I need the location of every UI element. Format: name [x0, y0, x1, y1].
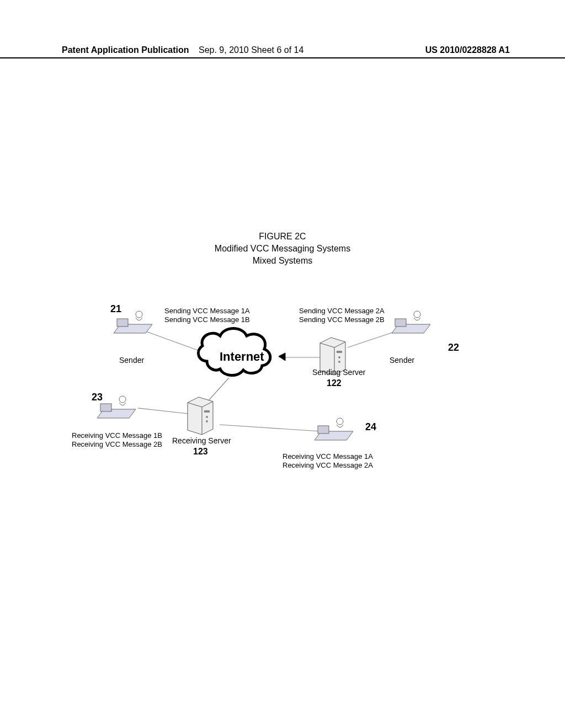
sender22-msg-2a: Sending VCC Message 2A — [299, 307, 385, 315]
svg-point-10 — [338, 361, 340, 363]
sender-22-icon — [392, 311, 430, 333]
sending-server-role: Sending Server — [312, 367, 366, 377]
page-header: Patent Application Publication Sep. 9, 2… — [0, 45, 565, 58]
header-center: Sep. 9, 2010 Sheet 6 of 14 — [199, 45, 303, 55]
receiver23-msg-1b: Receiving VCC Message 1B — [72, 431, 162, 440]
receiver-24-icon — [315, 418, 353, 440]
internet-label: Internet — [220, 350, 264, 364]
svg-point-21 — [337, 418, 343, 425]
sender21-msg-1a: Sending VCC Message 1A — [164, 307, 250, 315]
ref-21: 21 — [110, 303, 121, 315]
ref-22: 22 — [448, 342, 459, 354]
svg-line-2 — [348, 331, 397, 347]
svg-rect-20 — [318, 426, 329, 433]
sender21-role: Sender — [119, 355, 144, 365]
svg-point-9 — [338, 356, 340, 358]
ref-24: 24 — [365, 421, 376, 433]
svg-marker-7 — [279, 353, 285, 361]
figure-label: FIGURE 2C — [0, 231, 565, 243]
receiving-server-role: Receiving Server — [172, 436, 231, 446]
svg-rect-16 — [395, 319, 406, 326]
sender22-msg-2b: Sending VCC Message 2B — [299, 315, 385, 324]
receiving-server-icon — [188, 397, 213, 435]
svg-rect-14 — [117, 319, 128, 326]
svg-line-4 — [138, 408, 188, 414]
sender22-role: Sender — [390, 355, 414, 365]
receiver24-msg-1a: Receiving VCC Message 1A — [282, 452, 373, 461]
svg-rect-11 — [204, 410, 210, 413]
figure-subtitle-2: Mixed Systems — [0, 255, 565, 267]
sender21-msg-1b: Sending VCC Message 1B — [164, 315, 250, 324]
figure-title-block: FIGURE 2C Modified VCC Messaging Systems… — [0, 231, 565, 267]
svg-rect-8 — [337, 351, 342, 353]
svg-point-15 — [136, 311, 142, 318]
svg-point-17 — [414, 311, 420, 318]
figure-subtitle: Modified VCC Messaging Systems — [0, 243, 565, 255]
header-right: US 2010/0228828 A1 — [425, 45, 510, 55]
svg-point-12 — [206, 416, 208, 418]
ref-123: 123 — [193, 447, 208, 457]
svg-point-19 — [119, 396, 126, 403]
receiver23-msg-2b: Receiving VCC Message 2B — [72, 440, 162, 449]
receiver24-msg-2a: Receiving VCC Message 2A — [282, 461, 373, 470]
svg-line-5 — [220, 425, 320, 431]
receiver-23-icon — [97, 396, 136, 418]
header-left: Patent Application Publication — [62, 45, 189, 55]
ref-122: 122 — [327, 378, 342, 388]
connection-lines — [138, 331, 397, 431]
svg-point-13 — [206, 420, 208, 422]
svg-line-0 — [145, 331, 205, 353]
diagram-stage: Internet 21 22 23 24 122 123 Sender Send… — [61, 287, 504, 485]
svg-rect-18 — [100, 404, 111, 411]
ref-23: 23 — [92, 392, 103, 403]
